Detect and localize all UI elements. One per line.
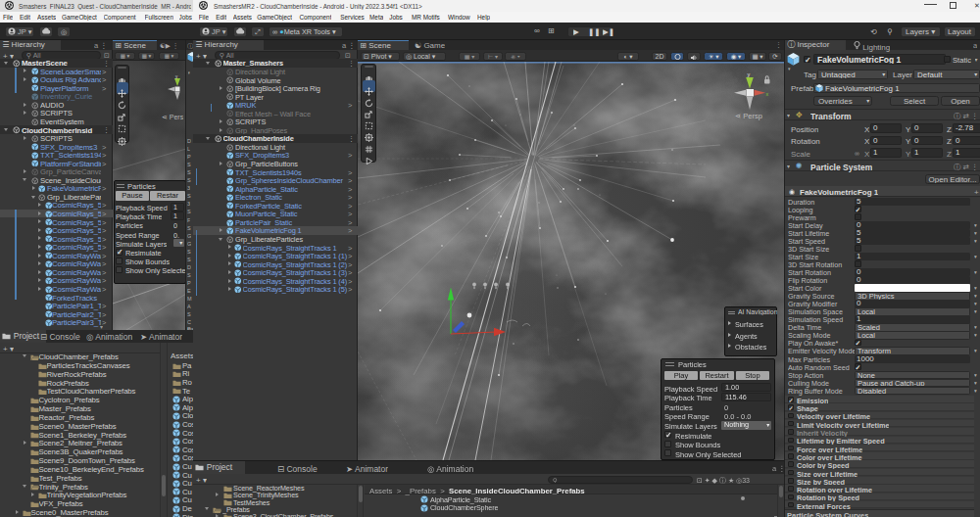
svg-text:y: y (748, 71, 751, 77)
svg-text:x: x (766, 91, 769, 97)
svg-text:y: y (175, 74, 178, 79)
